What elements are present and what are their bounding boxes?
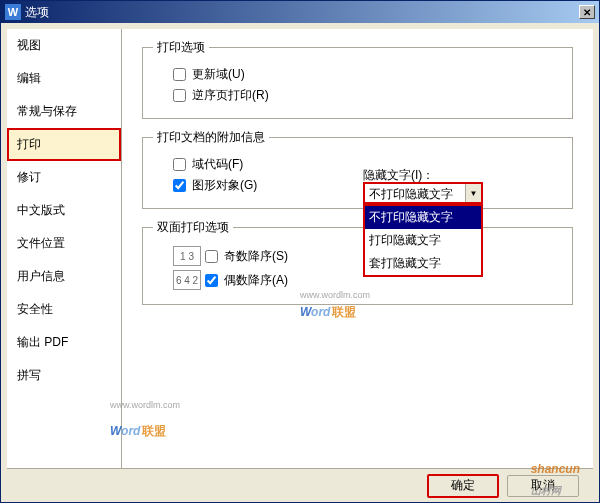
label-field-codes: 域代码(F) — [192, 156, 243, 173]
sidebar-item-security[interactable]: 安全性 — [7, 293, 121, 326]
label-hidden-text: 隐藏文字(I)： — [363, 167, 434, 184]
hidden-text-dropdown: 不打印隐藏文字 打印隐藏文字 套打隐藏文字 — [363, 204, 483, 277]
label-update-fields: 更新域(U) — [192, 66, 245, 83]
group-print-options: 打印选项 更新域(U) 逆序页打印(R) — [142, 39, 573, 119]
sidebar-item-edit[interactable]: 编辑 — [7, 62, 121, 95]
sidebar-item-chinese-layout[interactable]: 中文版式 — [7, 194, 121, 227]
dialog-title: 选项 — [25, 4, 579, 21]
sidebar-item-user-info[interactable]: 用户信息 — [7, 260, 121, 293]
checkbox-reverse-pages[interactable] — [173, 89, 186, 102]
app-icon: W — [5, 4, 21, 20]
cancel-button[interactable]: 取消 — [507, 475, 579, 497]
sidebar-item-general-save[interactable]: 常规与保存 — [7, 95, 121, 128]
dropdown-item-1[interactable]: 打印隐藏文字 — [365, 229, 481, 252]
checkbox-odd-reverse[interactable] — [205, 250, 218, 263]
sidebar-item-revisions[interactable]: 修订 — [7, 161, 121, 194]
sidebar-item-spelling[interactable]: 拼写 — [7, 359, 121, 392]
titlebar: W 选项 ✕ — [1, 1, 599, 23]
sidebar-item-print[interactable]: 打印 — [7, 128, 121, 161]
checkbox-graphics[interactable] — [173, 179, 186, 192]
dropdown-item-0[interactable]: 不打印隐藏文字 — [365, 206, 481, 229]
legend-additional-info: 打印文档的附加信息 — [153, 129, 269, 146]
even-reverse-icon: 6 4 2 — [173, 270, 201, 290]
checkbox-update-fields[interactable] — [173, 68, 186, 81]
sidebar: 视图 编辑 常规与保存 打印 修订 中文版式 文件位置 用户信息 安全性 输出 … — [7, 29, 122, 468]
chevron-down-icon[interactable]: ▼ — [465, 184, 481, 202]
label-graphics: 图形对象(G) — [192, 177, 257, 194]
legend-print-options: 打印选项 — [153, 39, 209, 56]
options-dialog: W 选项 ✕ 视图 编辑 常规与保存 打印 修订 中文版式 文件位置 用户信息 … — [0, 0, 600, 503]
hidden-text-combo-wrap: 不打印隐藏文字 ▼ 不打印隐藏文字 打印隐藏文字 套打隐藏文字 — [363, 182, 483, 204]
dropdown-item-2[interactable]: 套打隐藏文字 — [365, 252, 481, 275]
hidden-text-selected: 不打印隐藏文字 — [365, 184, 465, 202]
legend-duplex: 双面打印选项 — [153, 219, 233, 236]
button-bar: 确定 取消 — [7, 468, 593, 502]
content-panel: 打印选项 更新域(U) 逆序页打印(R) 打印文档的附加信息 域代码(F) 隐藏… — [122, 29, 593, 468]
label-odd-reverse: 奇数降序(S) — [224, 248, 288, 265]
sidebar-item-output-pdf[interactable]: 输出 PDF — [7, 326, 121, 359]
label-reverse-pages: 逆序页打印(R) — [192, 87, 269, 104]
sidebar-item-view[interactable]: 视图 — [7, 29, 121, 62]
group-duplex: 双面打印选项 1 3 奇数降序(S) 6 4 2 偶数降序(A) — [142, 219, 573, 305]
ok-button[interactable]: 确定 — [427, 474, 499, 498]
checkbox-field-codes[interactable] — [173, 158, 186, 171]
label-even-reverse: 偶数降序(A) — [224, 272, 288, 289]
group-additional-info: 打印文档的附加信息 域代码(F) 隐藏文字(I)： 图形对象(G) 不打印隐藏文… — [142, 129, 573, 209]
dialog-body: 视图 编辑 常规与保存 打印 修订 中文版式 文件位置 用户信息 安全性 输出 … — [7, 29, 593, 468]
odd-reverse-icon: 1 3 — [173, 246, 201, 266]
close-button[interactable]: ✕ — [579, 5, 595, 19]
hidden-text-combo[interactable]: 不打印隐藏文字 ▼ — [363, 182, 483, 204]
checkbox-even-reverse[interactable] — [205, 274, 218, 287]
sidebar-item-file-locations[interactable]: 文件位置 — [7, 227, 121, 260]
